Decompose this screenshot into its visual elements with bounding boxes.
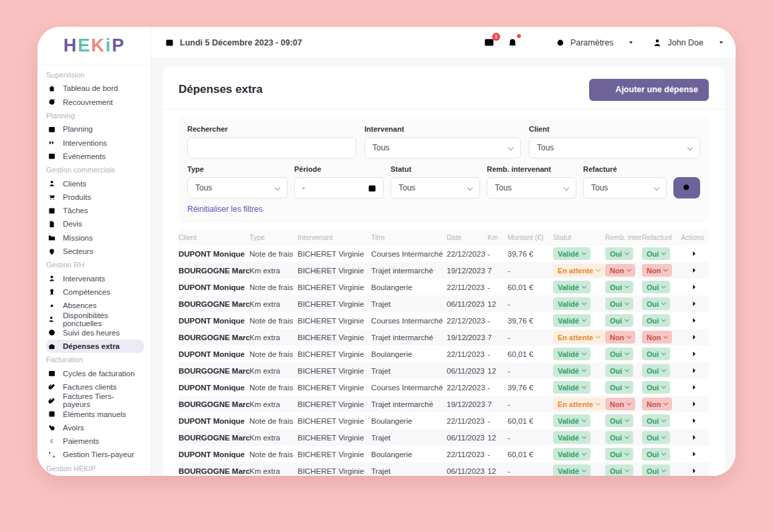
sidebar-nav: Supervision Tableau de bord Recouvrement… — [37, 65, 150, 476]
status-badge-dropdown[interactable]: Oui — [605, 414, 633, 427]
messages-button[interactable]: 1 — [482, 35, 497, 50]
remb-intervenant-select[interactable]: Tous — [487, 177, 576, 198]
sidebar-item-factures-tiers-payeurs[interactable]: Factures Tiers-payeurs — [46, 394, 144, 407]
sidebar-item-produits[interactable]: Produits — [46, 190, 144, 204]
status-badge-dropdown[interactable]: En attente — [553, 264, 604, 277]
status-badge-dropdown[interactable]: Non — [642, 331, 672, 344]
arrow-right-icon[interactable] — [687, 349, 697, 359]
sidebar-item-paiements[interactable]: Paiements — [46, 434, 144, 448]
reset-filters-link[interactable]: Réinitialiser les filtres — [187, 205, 263, 214]
status-badge-dropdown[interactable]: Oui — [642, 314, 670, 327]
arrow-right-icon[interactable] — [687, 332, 697, 342]
status-badge-dropdown[interactable]: Oui — [642, 464, 670, 476]
status-badge-dropdown[interactable]: Oui — [642, 281, 670, 293]
arrow-right-icon[interactable] — [687, 282, 697, 292]
sidebar-item-label: Missions — [63, 234, 93, 242]
status-badge-dropdown[interactable]: Oui — [605, 348, 633, 360]
status-badge-dropdown[interactable]: Validé — [553, 314, 590, 327]
sidebar-item-tableau-de-bord[interactable]: Tableau de bord — [46, 82, 144, 95]
status-badge-dropdown[interactable]: Validé — [553, 448, 590, 460]
status-badge-dropdown[interactable]: Validé — [553, 414, 590, 427]
sidebar-item-missions[interactable]: Missions — [46, 231, 144, 245]
sidebar-item-interventions[interactable]: Interventions — [46, 136, 144, 149]
sidebar-item-cycles-de-facturation[interactable]: Cycles de facturation — [46, 367, 144, 380]
status-badge-dropdown[interactable]: Validé — [553, 297, 590, 310]
notifications-button[interactable] — [506, 35, 520, 50]
status-badge-dropdown[interactable]: Validé — [553, 431, 590, 444]
sidebar-item-label: Recouvrement — [63, 98, 113, 106]
status-badge-dropdown[interactable]: Oui — [605, 297, 633, 310]
status-badge-dropdown[interactable]: Validé — [553, 364, 590, 377]
status-badge-dropdown[interactable]: Non — [605, 398, 635, 410]
sidebar-item-avoirs[interactable]: Avoirs — [46, 421, 144, 434]
status-badge-dropdown[interactable]: Oui — [605, 431, 633, 444]
periode-datepicker[interactable]: - — [294, 177, 384, 198]
sidebar-item-elements-manuels[interactable]: Éléments manuels — [46, 407, 144, 420]
status-badge-dropdown[interactable]: Oui — [642, 364, 670, 377]
settings-menu[interactable]: Paramètres — [555, 37, 635, 48]
sidebar-item-gestion-tiers-payeur[interactable]: Gestion Tiers-payeur — [46, 448, 144, 461]
cell-client: DUPONT Monique — [179, 450, 249, 458]
intervenant-select[interactable]: Tous — [364, 137, 521, 158]
status-badge-dropdown[interactable]: Validé — [553, 247, 590, 260]
status-badge-dropdown[interactable]: Validé — [553, 281, 590, 293]
arrow-right-icon[interactable] — [687, 449, 697, 459]
sidebar-item-utilisateurs[interactable]: Utilisateurs — [46, 475, 144, 476]
sidebar-item-intervenants[interactable]: Intervenants — [46, 271, 144, 285]
arrow-right-icon[interactable] — [687, 466, 697, 476]
sidebar-item-factures-clients[interactable]: Factures clients — [46, 380, 144, 394]
status-badge-dropdown[interactable]: Oui — [605, 464, 633, 476]
sidebar-item-recouvrement[interactable]: Recouvrement — [46, 96, 144, 109]
status-badge-dropdown[interactable]: Non — [642, 398, 672, 410]
sidebar-item-disponibilites-ponctuelles[interactable]: Disponibilités ponctuelles — [46, 312, 144, 325]
sidebar-item-absences[interactable]: Absences — [46, 299, 144, 312]
status-badge-dropdown[interactable]: Validé — [553, 348, 590, 360]
status-badge-dropdown[interactable]: Non — [642, 264, 672, 277]
sidebar-item-devis[interactable]: Devis — [46, 217, 144, 231]
arrow-right-icon[interactable] — [687, 265, 697, 275]
status-badge-dropdown[interactable]: Oui — [642, 348, 670, 360]
status-badge-dropdown[interactable]: Oui — [642, 247, 670, 260]
sidebar-item-competences[interactable]: Compétences — [46, 285, 144, 299]
status-badge-dropdown[interactable]: Oui — [605, 281, 633, 293]
search-input[interactable] — [195, 143, 348, 152]
arrow-right-icon[interactable] — [687, 315, 697, 325]
status-badge-dropdown[interactable]: Oui — [605, 247, 633, 260]
status-badge-dropdown[interactable]: Oui — [642, 414, 670, 427]
status-badge-dropdown[interactable]: Non — [605, 264, 635, 277]
arrow-right-icon[interactable] — [687, 299, 697, 309]
sidebar-item-secteurs[interactable]: Secteurs — [46, 245, 144, 258]
sidebar-item-depenses-extra[interactable]: Dépenses extra — [46, 340, 144, 353]
sidebar-item-taches[interactable]: Tâches — [46, 204, 144, 217]
add-expense-button[interactable]: Ajouter une dépense — [589, 79, 709, 101]
status-badge-dropdown[interactable]: Oui — [605, 364, 633, 377]
sidebar-item-suivi-des-heures[interactable]: Suivi des heures — [46, 326, 144, 340]
status-badge-dropdown[interactable]: Validé — [553, 464, 590, 476]
arrow-right-icon[interactable] — [687, 249, 697, 259]
arrow-right-icon[interactable] — [687, 432, 697, 442]
statut-select[interactable]: Tous — [391, 177, 480, 198]
arrow-right-icon[interactable] — [687, 416, 697, 426]
status-badge-dropdown[interactable]: Oui — [642, 448, 670, 460]
arrow-right-icon[interactable] — [687, 366, 697, 376]
arrow-right-icon[interactable] — [687, 382, 697, 392]
sidebar-item-clients[interactable]: Clients — [46, 176, 144, 190]
status-badge-dropdown[interactable]: Oui — [605, 314, 633, 327]
status-badge-dropdown[interactable]: Oui — [605, 381, 633, 394]
client-select[interactable]: Tous — [529, 137, 700, 158]
sidebar-item-planning[interactable]: Planning — [46, 122, 144, 136]
status-badge-dropdown[interactable]: En attente — [553, 398, 604, 410]
status-badge-dropdown[interactable]: Non — [605, 331, 635, 344]
refacture-select[interactable]: Tous — [583, 177, 667, 198]
sidebar-item-evenements[interactable]: Événements — [46, 150, 144, 163]
status-badge-dropdown[interactable]: Oui — [605, 448, 633, 460]
status-badge-dropdown[interactable]: Oui — [642, 297, 670, 310]
status-badge-dropdown[interactable]: En attente — [553, 331, 604, 344]
status-badge-dropdown[interactable]: Oui — [642, 431, 670, 444]
arrow-right-icon[interactable] — [687, 399, 697, 409]
user-menu[interactable]: John Doe — [652, 37, 725, 48]
status-badge-dropdown[interactable]: Oui — [642, 381, 670, 394]
apply-filters-button[interactable] — [673, 177, 700, 198]
status-badge-dropdown[interactable]: Validé — [553, 381, 590, 394]
type-select[interactable]: Tous — [187, 177, 288, 198]
